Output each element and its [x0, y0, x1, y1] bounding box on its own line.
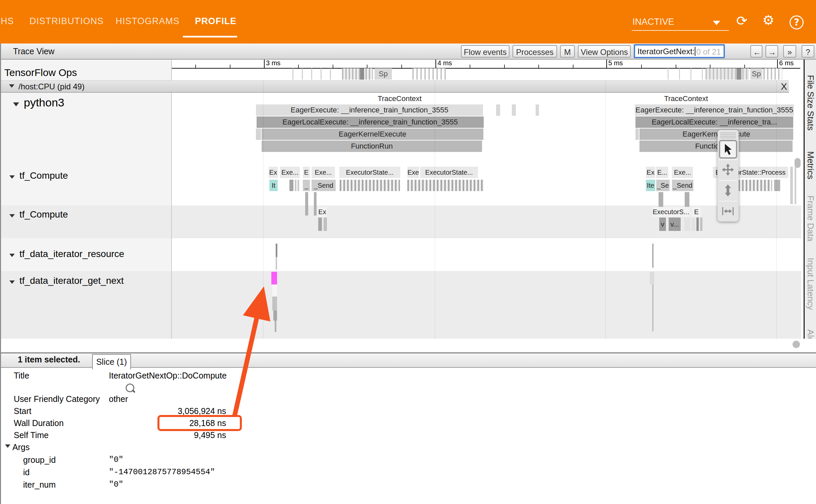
slice-small[interactable]	[496, 104, 500, 116]
vertical-zoom-icon	[721, 184, 735, 197]
tab-distributions[interactable]: DISTRIBUTIONS	[29, 16, 104, 26]
slice-trace-context[interactable]: TraceContext	[636, 94, 736, 104]
slice-executor[interactable]: E...	[656, 167, 668, 178]
slice-iterator-selected[interactable]: It	[269, 180, 278, 191]
refresh-icon[interactable]	[736, 14, 748, 27]
slice-function-run[interactable]: FunctionRun	[262, 141, 482, 152]
metadata-button[interactable]: M	[560, 45, 575, 58]
slice-function-run[interactable]: FunctionRun	[639, 141, 793, 152]
slice-iterator-get-next-selected[interactable]	[271, 272, 277, 284]
slice-executor[interactable]: Exe...	[312, 167, 335, 178]
slice-small[interactable]	[289, 180, 293, 191]
slice-eager-kernel-execute[interactable]: EagerKernelExecute	[262, 129, 483, 140]
zoom-tool-button[interactable]	[719, 181, 737, 200]
slice-small[interactable]	[650, 272, 654, 284]
find-next-button[interactable]: →	[765, 45, 778, 58]
slice-small[interactable]	[635, 129, 639, 140]
op-slice-sp[interactable]: Sp	[750, 68, 762, 80]
slice-eager-kernel-execute[interactable]: EagerKernelExecute	[639, 129, 793, 140]
slice-small[interactable]	[774, 180, 780, 191]
slice-descender[interactable]	[273, 311, 277, 321]
slice-resource[interactable]	[276, 257, 277, 270]
slice-small[interactable]	[318, 218, 322, 231]
tab-profile[interactable]: PROFILE	[195, 16, 236, 26]
close-icon[interactable]: X	[781, 81, 787, 92]
slice-descender[interactable]	[272, 297, 277, 311]
horizontal-scrollbar-thumb[interactable]	[793, 341, 800, 348]
slice-executor[interactable]: Exe...	[280, 167, 300, 178]
slice-executor[interactable]: Ex	[646, 167, 655, 178]
slice-small[interactable]	[684, 218, 690, 231]
slice-small[interactable]	[256, 129, 261, 140]
slice-eager-execute[interactable]: EagerExecute: __inference_train_function…	[635, 104, 794, 116]
slice-v[interactable]: v	[659, 218, 666, 231]
slice-executor[interactable]: Ex	[269, 167, 278, 178]
selection-tool-button[interactable]	[719, 140, 737, 159]
slice-executor-state[interactable]: ExecutorState...	[420, 167, 478, 178]
slice-resource[interactable]	[276, 244, 277, 257]
timing-tool-button[interactable]	[719, 202, 737, 221]
slice-tab[interactable]: Slice (1)	[92, 354, 131, 369]
find-previous-button[interactable]: ←	[750, 45, 762, 58]
tab-metrics[interactable]: Metrics	[805, 151, 816, 179]
shortcuts-help-button[interactable]: ?	[802, 45, 814, 58]
slice-small[interactable]	[512, 104, 516, 116]
slice-descender[interactable]	[272, 284, 277, 297]
search-result-count: 0 of 21	[696, 47, 721, 57]
run-selector-dropdown[interactable]: INACTIVE	[632, 15, 729, 31]
slice-executor[interactable]: E	[303, 167, 310, 178]
slice-send[interactable]: _Se	[656, 180, 670, 191]
thread-label-iterator-resource[interactable]: tf_data_iterator_resource	[9, 249, 124, 259]
slice-eager-execute[interactable]: EagerExecute: __inference_train_function…	[256, 104, 483, 116]
slice-cluster	[407, 180, 484, 191]
slice-executor-state[interactable]: ExecutorS...	[653, 207, 689, 217]
slice-descender[interactable]	[314, 192, 317, 216]
slice-executor[interactable]: Ex	[318, 207, 327, 217]
slice-small[interactable]	[295, 180, 296, 191]
vertical-scrollbar-thumb[interactable]	[795, 158, 801, 168]
more-tools-button[interactable]: »	[783, 45, 796, 58]
slice-eager-local-execute[interactable]: EagerLocalExecute: __inference_tra...	[635, 116, 793, 128]
slice-descender[interactable]	[275, 321, 276, 332]
slice-descender[interactable]	[652, 284, 654, 331]
tab-file-size-stats[interactable]: File Size Stats	[805, 75, 816, 131]
pan-tool-button[interactable]	[719, 161, 737, 179]
args-collapse-icon[interactable]	[5, 444, 10, 448]
help-icon[interactable]	[790, 15, 804, 29]
thread-label-tf-compute-1[interactable]: tf_Compute	[9, 170, 68, 181]
slice-v[interactable]: v...	[669, 218, 681, 231]
flow-events-button[interactable]: Flow events	[461, 45, 509, 58]
thread-label-iterator-get-next[interactable]: tf_data_iterator_get_next	[9, 275, 124, 286]
slice-small[interactable]	[536, 104, 539, 116]
slice-iterator-selected[interactable]: Ite	[646, 180, 655, 191]
tab-histograms[interactable]: HISTOGRAMS	[116, 16, 180, 26]
slice-send[interactable]: _Send	[672, 180, 693, 191]
slice-executor[interactable]: E	[692, 207, 701, 217]
slice-small[interactable]	[700, 218, 702, 231]
chevron-down-icon	[713, 21, 720, 25]
thread-label-tf-compute-2[interactable]: tf_Compute	[9, 209, 68, 220]
magnifier-icon[interactable]	[126, 384, 134, 392]
search-input-value: IteratorGetNext:	[637, 47, 695, 56]
view-options-button[interactable]: View Options	[578, 45, 631, 58]
slice-resource[interactable]	[652, 244, 654, 268]
palette-drag-handle[interactable]	[720, 132, 736, 138]
slice-descender[interactable]	[305, 192, 308, 216]
gear-icon[interactable]	[762, 13, 774, 27]
slice-executor[interactable]: Exe	[407, 167, 419, 178]
slice-send[interactable]: _Send	[312, 180, 336, 191]
slice-executor[interactable]: Exe...	[672, 167, 693, 178]
tab-graphs-partial[interactable]: HS	[1, 16, 14, 26]
slice-small[interactable]	[324, 218, 327, 231]
thread-label-python3[interactable]: python3	[13, 96, 64, 109]
slice-send[interactable]: _	[303, 180, 310, 191]
slice-small[interactable]	[691, 218, 695, 231]
processes-button[interactable]: Processes	[513, 45, 557, 58]
slice-small[interactable]	[297, 180, 299, 191]
slice-executor-state[interactable]: ExecutorState...	[339, 167, 400, 178]
op-slice-sp[interactable]: Sp	[375, 68, 392, 80]
slice-small[interactable]	[696, 218, 699, 231]
search-input[interactable]: IteratorGetNext: 0 of 21	[634, 44, 725, 58]
slice-eager-local-execute[interactable]: EagerLocalExecute: __inference_train_fun…	[257, 116, 484, 128]
collapse-icon[interactable]	[9, 84, 14, 88]
